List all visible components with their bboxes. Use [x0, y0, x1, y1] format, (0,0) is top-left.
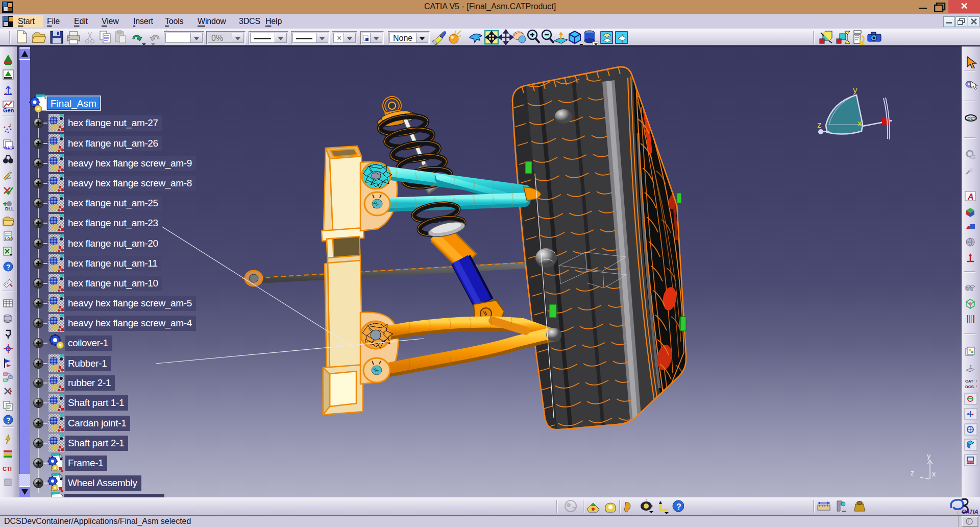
svg-text:DLL: DLL — [5, 206, 14, 211]
svg-text:DATA: DATA — [4, 146, 14, 150]
svg-text:DCS: DCS — [965, 385, 974, 389]
svg-text:DCS: DCS — [967, 116, 977, 121]
svg-text:?: ? — [676, 502, 681, 511]
svg-text:i: i — [10, 123, 11, 128]
svg-text:CATIA: CATIA — [962, 509, 978, 515]
svg-text:?: ? — [6, 416, 11, 424]
svg-text:CAT: CAT — [965, 379, 973, 384]
svg-text:CTI: CTI — [3, 466, 12, 472]
svg-text:Gen: Gen — [3, 107, 14, 113]
svg-text:?: ? — [6, 263, 11, 271]
svg-text:A: A — [967, 193, 974, 201]
svg-text:i: i — [968, 519, 969, 524]
